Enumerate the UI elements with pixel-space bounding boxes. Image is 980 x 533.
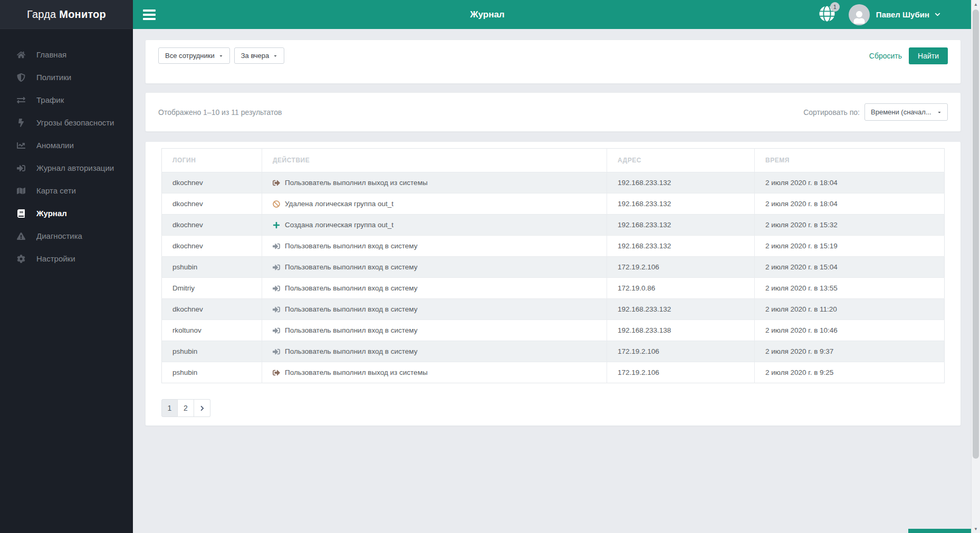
sign-in-icon bbox=[273, 327, 280, 334]
filter-controls: Все сотрудники За вчера bbox=[158, 47, 284, 64]
action-cell: Пользователь выполнил выход из системы bbox=[262, 172, 607, 193]
vertical-scrollbar[interactable]: ▲ ▼ bbox=[971, 0, 980, 533]
scroll-up-arrow-icon[interactable]: ▲ bbox=[972, 0, 980, 8]
action-text: Удалена логическая группа out_t bbox=[285, 200, 393, 208]
chart-line-icon bbox=[16, 141, 26, 150]
sidebar-item-bolt[interactable]: Угрозы безопасности bbox=[0, 111, 133, 134]
sign-in-icon bbox=[273, 348, 280, 355]
time-cell: 2 июля 2020 г. в 11:20 bbox=[755, 299, 945, 320]
login-cell: rkoltunov bbox=[162, 320, 262, 341]
time-cell: 2 июля 2020 г. в 13:55 bbox=[755, 278, 945, 299]
sidebar-item-sign-in[interactable]: Журнал авторизации bbox=[0, 157, 133, 179]
time-cell: 2 июля 2020 г. в 9:25 bbox=[755, 362, 945, 383]
column-header: АДРЕС bbox=[607, 149, 755, 172]
login-cell: dkochnev bbox=[162, 236, 262, 257]
login-cell: Dmitriy bbox=[162, 278, 262, 299]
table-row: dkochnevПользователь выполнил вход в сис… bbox=[162, 299, 945, 320]
sidebar-item-label: Диагностика bbox=[36, 231, 82, 240]
sidebar: Гарда Монитор ГлавнаяПолитикиТрафикУгроз… bbox=[0, 0, 133, 533]
sidebar-item-home[interactable]: Главная bbox=[0, 43, 133, 66]
header-actions: 1 Павел Шубин bbox=[819, 4, 940, 25]
exchange-icon bbox=[16, 96, 26, 104]
plus-icon bbox=[273, 221, 280, 229]
action-text: Пользователь выполнил выход из системы bbox=[285, 179, 428, 187]
home-icon bbox=[16, 51, 26, 59]
sort-dropdown[interactable]: Времени (сначал... bbox=[864, 103, 948, 121]
action-cell: Пользователь выполнил вход в систему bbox=[262, 278, 607, 299]
next-page-button[interactable] bbox=[194, 399, 210, 417]
employee-filter-value: Все сотрудники bbox=[165, 52, 215, 60]
menu-toggle-button[interactable] bbox=[143, 7, 156, 22]
login-cell: dkochnev bbox=[162, 299, 262, 320]
action-text: Пользователь выполнил вход в систему bbox=[285, 284, 418, 292]
action-text: Пользователь выполнил вход в систему bbox=[285, 305, 418, 313]
results-summary: Отображено 1–10 из 11 результатов bbox=[158, 108, 282, 117]
results-panel: Отображено 1–10 из 11 результатов Сортир… bbox=[145, 92, 961, 132]
table-row: pshubinПользователь выполнил вход в сист… bbox=[162, 257, 945, 278]
action-cell: Удалена логическая группа out_t bbox=[262, 193, 607, 215]
sidebar-item-chart-line[interactable]: Аномалии bbox=[0, 134, 133, 157]
sidebar-item-exchange[interactable]: Трафик bbox=[0, 89, 133, 111]
action-cell: Пользователь выполнил вход в систему bbox=[262, 341, 607, 362]
scrollbar-thumb[interactable] bbox=[973, 9, 979, 459]
filter-panel: Все сотрудники За вчера Сбросить Найти bbox=[145, 40, 961, 84]
sidebar-item-warning-triangle[interactable]: Диагностика bbox=[0, 225, 133, 247]
page-button-2[interactable]: 2 bbox=[178, 399, 194, 417]
book-icon bbox=[16, 209, 26, 218]
sidebar-item-label: Настройки bbox=[36, 254, 75, 263]
sign-out-icon bbox=[273, 369, 280, 376]
sidebar-item-map[interactable]: Карта сети bbox=[0, 179, 133, 202]
time-cell: 2 июля 2020 г. в 10:46 bbox=[755, 320, 945, 341]
log-table-panel: ЛОГИНДЕЙСТВИЕАДРЕСВРЕМЯ dkochnevПользова… bbox=[145, 141, 961, 426]
address-cell: 192.168.233.132 bbox=[607, 215, 755, 236]
address-cell: 192.168.233.132 bbox=[607, 299, 755, 320]
sign-in-icon bbox=[273, 285, 280, 292]
table-row: dkochnevУдалена логическая группа out_t1… bbox=[162, 193, 945, 215]
brand-name-bold: Монитор bbox=[59, 8, 106, 21]
log-table: ЛОГИНДЕЙСТВИЕАДРЕСВРЕМЯ dkochnevПользова… bbox=[161, 148, 945, 383]
sidebar-item-shield[interactable]: Политики bbox=[0, 66, 133, 89]
action-cell: Пользователь выполнил вход в систему bbox=[262, 299, 607, 320]
sidebar-item-label: Журнал авторизации bbox=[36, 163, 114, 172]
sign-out-icon bbox=[273, 179, 280, 187]
bolt-icon bbox=[16, 119, 26, 127]
pagination: 12 bbox=[161, 399, 210, 417]
time-cell: 2 июля 2020 г. в 15:19 bbox=[755, 236, 945, 257]
table-row: DmitriyПользователь выполнил вход в сист… bbox=[162, 278, 945, 299]
search-button[interactable]: Найти bbox=[909, 47, 948, 64]
app-logo: Гарда Монитор bbox=[0, 0, 133, 29]
shield-icon bbox=[16, 73, 26, 82]
login-cell: dkochnev bbox=[162, 193, 262, 215]
time-cell: 2 июля 2020 г. в 15:32 bbox=[755, 215, 945, 236]
action-cell: Пользователь выполнил вход в систему bbox=[262, 320, 607, 341]
action-text: Пользователь выполнил вход в систему bbox=[285, 263, 418, 271]
action-cell: Создана логическая группа out_t bbox=[262, 215, 607, 236]
action-cell: Пользователь выполнил выход из системы bbox=[262, 362, 607, 383]
page-button-1[interactable]: 1 bbox=[161, 399, 178, 417]
sign-in-icon bbox=[273, 243, 280, 250]
address-cell: 192.168.233.132 bbox=[607, 236, 755, 257]
notifications-button[interactable]: 1 bbox=[819, 6, 835, 23]
caret-down-icon bbox=[273, 52, 277, 60]
table-row: dkochnevСоздана логическая группа out_t1… bbox=[162, 215, 945, 236]
sidebar-item-book[interactable]: Журнал bbox=[0, 202, 133, 225]
page-title: Журнал bbox=[156, 9, 819, 20]
sidebar-menu: ГлавнаяПолитикиТрафикУгрозы безопасности… bbox=[0, 29, 133, 270]
action-text: Пользователь выполнил вход в систему bbox=[285, 326, 418, 334]
period-filter-dropdown[interactable]: За вчера bbox=[234, 47, 284, 64]
address-cell: 192.168.233.132 bbox=[607, 172, 755, 193]
sidebar-item-gear[interactable]: Настройки bbox=[0, 247, 133, 270]
address-cell: 192.168.233.138 bbox=[607, 320, 755, 341]
action-cell: Пользователь выполнил вход в систему bbox=[262, 257, 607, 278]
scroll-down-arrow-icon[interactable]: ▼ bbox=[972, 525, 980, 533]
reset-link[interactable]: Сбросить bbox=[869, 52, 902, 60]
time-cell: 2 июля 2020 г. в 18:04 bbox=[755, 193, 945, 215]
column-header: ДЕЙСТВИЕ bbox=[262, 149, 607, 172]
login-cell: dkochnev bbox=[162, 215, 262, 236]
sidebar-item-label: Журнал bbox=[36, 209, 67, 218]
login-cell: dkochnev bbox=[162, 172, 262, 193]
sidebar-item-label: Главная bbox=[36, 50, 66, 59]
employee-filter-dropdown[interactable]: Все сотрудники bbox=[158, 47, 230, 64]
sidebar-item-label: Политики bbox=[36, 73, 71, 82]
user-menu[interactable]: Павел Шубин bbox=[849, 4, 940, 25]
